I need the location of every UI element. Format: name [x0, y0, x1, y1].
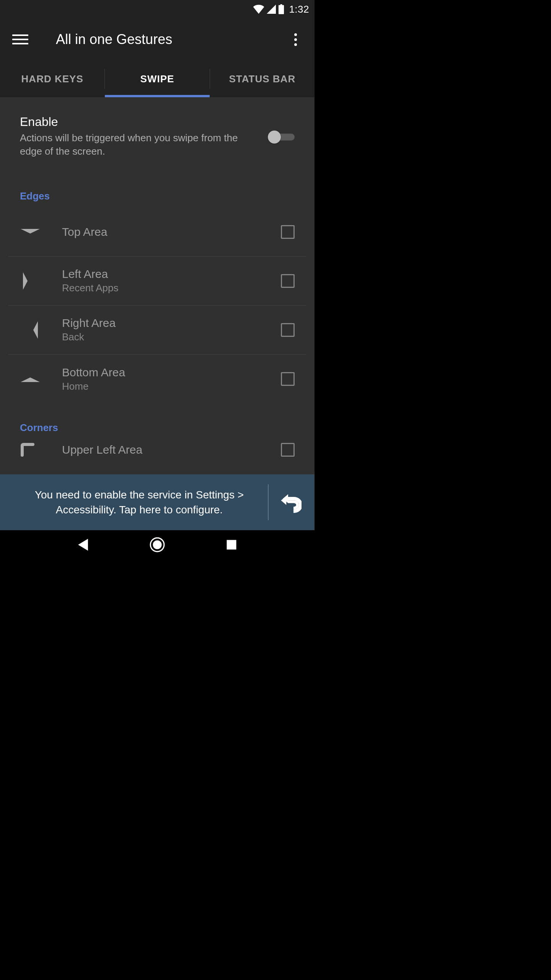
- list-item-checkbox[interactable]: [281, 274, 295, 288]
- list-item-checkbox[interactable]: [281, 372, 295, 386]
- snackbar-undo-button[interactable]: [279, 490, 303, 514]
- list-item[interactable]: Top Area: [8, 207, 306, 256]
- nav-back-button[interactable]: [72, 533, 95, 556]
- list-item-title: Top Area: [62, 225, 281, 238]
- arrow-down-wide-icon: [20, 227, 51, 237]
- arrow-up-wide-icon: [20, 374, 51, 384]
- tab-bar: HARD KEYS SWIPE STATUS BAR: [0, 60, 315, 97]
- tab-hard-keys[interactable]: HARD KEYS: [0, 60, 104, 97]
- snackbar-separator: [268, 484, 269, 520]
- battery-icon: [278, 4, 284, 14]
- svg-rect-4: [227, 540, 236, 550]
- tab-label: HARD KEYS: [21, 73, 83, 85]
- list-item-title: Bottom Area: [62, 366, 281, 379]
- enable-description: Actions will be triggered when you swipe…: [20, 131, 260, 158]
- list-item-checkbox[interactable]: [281, 225, 295, 239]
- list-item-subtitle: Home: [62, 381, 281, 392]
- list-item[interactable]: Bottom Area Home: [8, 354, 306, 403]
- overflow-menu-icon[interactable]: [289, 30, 302, 49]
- android-nav-bar: [0, 530, 315, 559]
- list-item[interactable]: Left Area Recent Apps: [8, 256, 306, 305]
- tab-label: SWIPE: [140, 73, 174, 85]
- list-item[interactable]: Right Area Back: [8, 305, 306, 354]
- snackbar[interactable]: You need to enable the service in Settin…: [0, 474, 315, 530]
- list-item-title: Right Area: [62, 317, 281, 330]
- edges-list: Top Area Left Area Recent Apps: [0, 207, 315, 403]
- list-item-checkbox[interactable]: [281, 443, 295, 457]
- undo-icon: [280, 492, 302, 513]
- svg-rect-1: [280, 4, 282, 6]
- hamburger-icon[interactable]: [12, 31, 28, 47]
- enable-title: Enable: [20, 115, 260, 129]
- wifi-icon: [253, 5, 264, 14]
- nav-home-button[interactable]: [146, 533, 169, 556]
- enable-row[interactable]: Enable Actions will be triggered when yo…: [0, 97, 315, 172]
- status-time: 1:32: [289, 3, 309, 15]
- phone-frame: 1:32 All in one Gestures HARD KEYS SWIPE…: [0, 0, 315, 559]
- snackbar-text: You need to enable the service in Settin…: [11, 487, 258, 517]
- android-status-bar: 1:32: [0, 0, 315, 18]
- tab-status-bar[interactable]: STATUS BAR: [210, 60, 315, 97]
- svg-rect-0: [279, 5, 284, 14]
- svg-point-3: [153, 540, 161, 549]
- list-item-title: Upper Left Area: [62, 443, 281, 456]
- nav-recent-button[interactable]: [220, 533, 243, 556]
- arrow-right-icon: [20, 271, 51, 291]
- app-title: All in one Gestures: [56, 31, 172, 47]
- section-header-edges: Edges: [0, 172, 315, 207]
- enable-switch[interactable]: [268, 129, 295, 144]
- corner-upper-left-icon: [20, 442, 51, 457]
- section-header-corners: Corners: [0, 403, 315, 439]
- list-item-checkbox[interactable]: [281, 323, 295, 337]
- tab-swipe[interactable]: SWIPE: [105, 60, 209, 97]
- cellular-icon: [267, 5, 276, 14]
- app-bar: All in one Gestures: [0, 18, 315, 60]
- corners-list: Upper Left Area: [0, 439, 315, 464]
- list-item-subtitle: Back: [62, 331, 281, 343]
- tab-label: STATUS BAR: [229, 73, 295, 85]
- arrow-left-icon: [20, 320, 51, 340]
- list-item-title: Left Area: [62, 268, 281, 281]
- list-item-subtitle: Recent Apps: [62, 282, 281, 294]
- list-item[interactable]: Upper Left Area: [8, 439, 306, 464]
